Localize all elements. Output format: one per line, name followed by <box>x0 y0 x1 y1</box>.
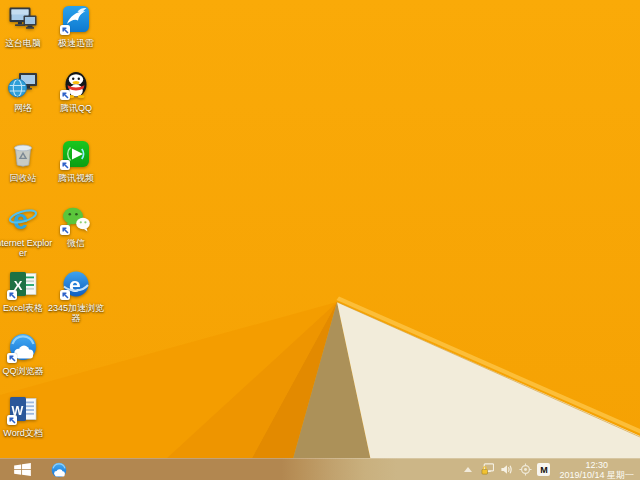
desktop-icon-word[interactable]: W Word文档 <box>0 393 53 438</box>
icon-label: 回收站 <box>10 173 37 183</box>
2345-e-glyph: e <box>69 273 81 296</box>
utility-tray-icon[interactable] <box>518 463 532 477</box>
icon-label: 这台电脑 <box>5 38 41 48</box>
xunlei-icon <box>60 3 92 35</box>
excel-icon: X <box>7 268 39 300</box>
shortcut-arrow-icon <box>7 415 17 425</box>
shortcut-arrow-icon <box>60 225 70 235</box>
ime-letter: M <box>540 465 548 475</box>
shortcut-arrow-icon <box>60 160 70 170</box>
desktop-icon-tencent-video[interactable]: 腾讯视频 <box>46 138 106 183</box>
qq-icon <box>60 68 92 100</box>
internet-explorer-icon: e <box>7 203 39 235</box>
shortcut-arrow-icon <box>7 353 17 363</box>
2345-browser-icon: e <box>60 268 92 300</box>
icon-label: 2345加速浏览器 <box>46 303 106 323</box>
shortcut-arrow-icon <box>60 90 70 100</box>
desktop-icon-wechat[interactable]: 微信 <box>46 203 106 248</box>
clock-date: 2019/10/14 星期一 <box>559 470 634 480</box>
clock[interactable]: 12:30 2019/10/14 星期一 <box>559 460 634 480</box>
icon-label: 网络 <box>14 103 32 113</box>
desktop-icon-qq-browser[interactable]: QQ浏览器 <box>0 331 53 376</box>
word-icon: W <box>7 393 39 425</box>
windows-logo-icon <box>14 463 31 476</box>
recycle-bin-icon <box>7 138 39 170</box>
system-tray: M 12:30 2019/10/14 星期一 <box>461 460 640 480</box>
shortcut-arrow-icon <box>60 290 70 300</box>
qq-browser-taskbar-icon <box>50 461 68 479</box>
desktop-icon-xunlei[interactable]: 极速迅雷 <box>46 3 106 48</box>
tencent-video-icon <box>60 138 92 170</box>
target-circle-icon <box>519 463 532 476</box>
show-hidden-icons-button[interactable] <box>461 463 475 477</box>
network-icon <box>7 68 39 100</box>
windows-desktop: 这台电脑 网络 回收站 <box>0 0 640 480</box>
shortcut-arrow-icon <box>60 25 70 35</box>
pc-security-icon <box>481 463 494 476</box>
taskbar: M 12:30 2019/10/14 星期一 <box>0 458 640 480</box>
wechat-icon <box>60 203 92 235</box>
chevron-up-icon <box>464 467 472 472</box>
taskbar-qq-browser-button[interactable] <box>48 460 70 480</box>
pc-security-tray-icon[interactable] <box>480 463 494 477</box>
clock-time: 12:30 <box>585 460 608 470</box>
ime-indicator[interactable]: M <box>537 463 550 476</box>
qq-browser-icon <box>7 331 39 363</box>
desktop-icon-qq[interactable]: 腾讯QQ <box>46 68 106 113</box>
shortcut-arrow-icon <box>7 290 17 300</box>
this-pc-icon <box>7 3 39 35</box>
start-button[interactable] <box>10 461 34 479</box>
desktop-icon-2345-browser[interactable]: e 2345加速浏览器 <box>46 268 106 323</box>
speaker-icon <box>500 463 513 476</box>
volume-tray-icon[interactable] <box>499 463 513 477</box>
